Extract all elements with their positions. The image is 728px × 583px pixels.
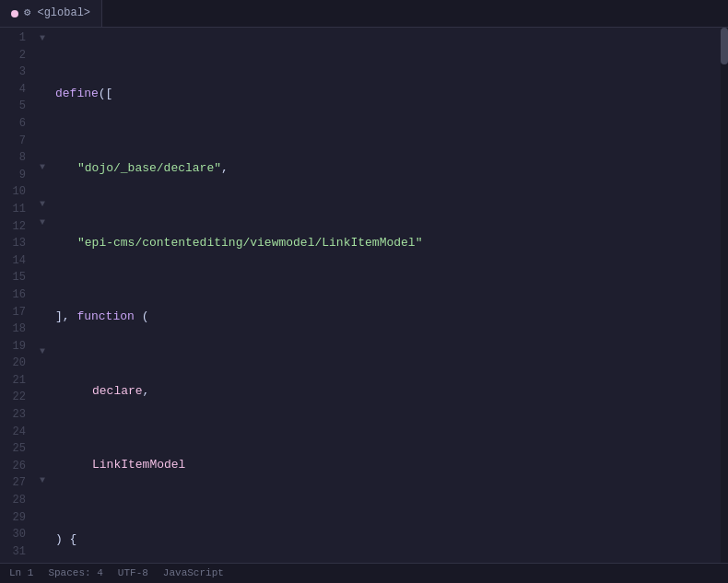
status-language: JavaScript: [163, 566, 224, 581]
code-line-1: define([: [53, 85, 728, 103]
scrollbar-thumb[interactable]: [721, 28, 728, 64]
tab-item[interactable]: ⚙ <global>: [0, 0, 102, 27]
fold-gutter: ▼ ▼ ▼ ▼ ▼ ▼: [35, 28, 50, 563]
status-spaces: Spaces: 4: [48, 566, 102, 581]
code-content[interactable]: define([ "dojo/_base/declare", "epi-cms/…: [50, 28, 728, 563]
fold-btn-8[interactable]: ▼: [35, 158, 50, 177]
tab-bar: ⚙ <global>: [0, 0, 728, 28]
fold-btn-11[interactable]: ▼: [35, 214, 50, 232]
status-encoding: UTF-8: [118, 566, 148, 581]
fold-btn-25[interactable]: ▼: [35, 472, 50, 490]
editor-container: ⚙ <global> 1 2 3 4 5 6 7 8 9 10 11 12 13…: [0, 0, 728, 583]
code-line-3: "epi-cms/contentediting/viewmodel/LinkIt…: [53, 234, 728, 252]
code-line-6: LinkItemModel: [53, 456, 728, 474]
fold-btn-1[interactable]: ▼: [35, 29, 50, 48]
scrollbar-track[interactable]: [721, 28, 728, 563]
fold-btn-18[interactable]: ▼: [35, 343, 50, 361]
status-ln-col: Ln 1: [9, 566, 33, 581]
code-line-2: "dojo/_base/declare",: [53, 159, 728, 178]
status-bar: Ln 1 Spaces: 4 UTF-8 JavaScript: [0, 563, 728, 583]
code-line-4: ], function (: [53, 308, 728, 326]
line-numbers: 1 2 3 4 5 6 7 8 9 10 11 12 13 14 15 16 1…: [0, 28, 35, 563]
fold-btn-10[interactable]: ▼: [35, 195, 50, 214]
tab-label: ⚙ <global>: [24, 5, 90, 22]
code-line-5: declare,: [53, 382, 728, 401]
code-area: 1 2 3 4 5 6 7 8 9 10 11 12 13 14 15 16 1…: [0, 28, 728, 563]
code-line-7: ) {: [53, 531, 728, 549]
tab-dot-icon: [11, 10, 18, 17]
